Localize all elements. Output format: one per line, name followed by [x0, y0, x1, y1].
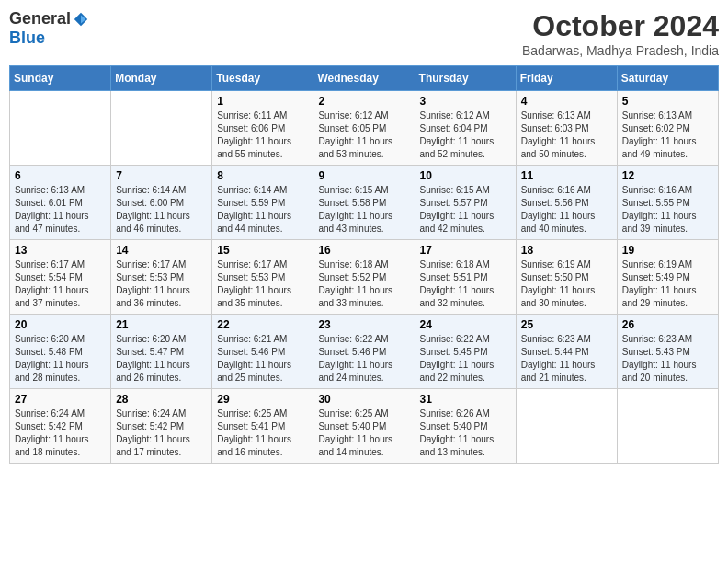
- calendar-cell: 23Sunrise: 6:22 AMSunset: 5:46 PMDayligh…: [313, 315, 415, 389]
- day-content: Sunrise: 6:17 AMSunset: 5:53 PMDaylight:…: [217, 259, 308, 310]
- calendar-cell: 12Sunrise: 6:16 AMSunset: 5:55 PMDayligh…: [617, 166, 718, 240]
- weekday-header: Sunday: [10, 66, 111, 91]
- day-number: 14: [116, 244, 207, 257]
- calendar-week-row: 13Sunrise: 6:17 AMSunset: 5:54 PMDayligh…: [10, 240, 719, 315]
- calendar-cell: 11Sunrise: 6:16 AMSunset: 5:56 PMDayligh…: [516, 166, 617, 240]
- day-number: 22: [217, 318, 308, 331]
- calendar-cell: 15Sunrise: 6:17 AMSunset: 5:53 PMDayligh…: [212, 240, 313, 315]
- calendar-cell: 5Sunrise: 6:13 AMSunset: 6:02 PMDaylight…: [617, 91, 718, 166]
- logo-general-text: General: [9, 9, 71, 29]
- day-content: Sunrise: 6:11 AMSunset: 6:06 PMDaylight:…: [217, 109, 308, 161]
- day-number: 6: [15, 169, 106, 182]
- weekday-header: Monday: [111, 66, 212, 91]
- day-number: 7: [116, 169, 207, 182]
- calendar-cell: 1Sunrise: 6:11 AMSunset: 6:06 PMDaylight…: [212, 91, 313, 166]
- day-number: 18: [521, 244, 612, 257]
- day-content: Sunrise: 6:22 AMSunset: 5:46 PMDaylight:…: [318, 333, 409, 385]
- day-content: Sunrise: 6:14 AMSunset: 5:59 PMDaylight:…: [217, 184, 308, 236]
- day-number: 8: [217, 169, 308, 182]
- day-number: 30: [318, 393, 409, 406]
- day-number: 15: [217, 244, 308, 257]
- calendar-cell: 13Sunrise: 6:17 AMSunset: 5:54 PMDayligh…: [10, 240, 111, 315]
- weekday-header: Wednesday: [313, 66, 415, 91]
- day-content: Sunrise: 6:17 AMSunset: 5:54 PMDaylight:…: [15, 259, 106, 310]
- day-number: 16: [318, 244, 409, 257]
- day-number: 20: [15, 318, 106, 331]
- day-number: 5: [622, 95, 713, 108]
- day-content: Sunrise: 6:20 AMSunset: 5:47 PMDaylight:…: [116, 333, 207, 385]
- day-content: Sunrise: 6:13 AMSunset: 6:01 PMDaylight:…: [15, 184, 106, 236]
- day-number: 1: [217, 95, 308, 108]
- day-number: 4: [521, 95, 612, 108]
- day-number: 27: [15, 393, 106, 406]
- day-number: 11: [521, 169, 612, 182]
- calendar-week-row: 27Sunrise: 6:24 AMSunset: 5:42 PMDayligh…: [10, 389, 719, 464]
- calendar-cell: 7Sunrise: 6:14 AMSunset: 6:00 PMDaylight…: [111, 166, 212, 240]
- calendar-cell: 9Sunrise: 6:15 AMSunset: 5:58 PMDaylight…: [313, 166, 415, 240]
- calendar-cell: 16Sunrise: 6:18 AMSunset: 5:52 PMDayligh…: [313, 240, 415, 315]
- day-number: 25: [521, 318, 612, 331]
- weekday-header: Tuesday: [212, 66, 313, 91]
- month-title: October 2024: [522, 9, 719, 43]
- calendar-cell: 17Sunrise: 6:18 AMSunset: 5:51 PMDayligh…: [415, 240, 516, 315]
- day-number: 19: [622, 244, 713, 257]
- day-content: Sunrise: 6:16 AMSunset: 5:55 PMDaylight:…: [622, 184, 713, 236]
- day-content: Sunrise: 6:12 AMSunset: 6:05 PMDaylight:…: [318, 109, 409, 161]
- weekday-header: Thursday: [415, 66, 516, 91]
- day-number: 10: [420, 169, 511, 182]
- page-header: General Blue October 2024 Badarwas, Madh…: [9, 9, 719, 58]
- day-number: 3: [420, 95, 511, 108]
- logo: General Blue: [9, 9, 89, 48]
- day-content: Sunrise: 6:24 AMSunset: 5:42 PMDaylight:…: [15, 408, 106, 459]
- day-content: Sunrise: 6:19 AMSunset: 5:49 PMDaylight:…: [622, 259, 713, 310]
- day-number: 24: [420, 318, 511, 331]
- day-number: 31: [420, 393, 511, 406]
- calendar-cell: [617, 389, 718, 464]
- calendar-cell: 22Sunrise: 6:21 AMSunset: 5:46 PMDayligh…: [212, 315, 313, 389]
- calendar-cell: 27Sunrise: 6:24 AMSunset: 5:42 PMDayligh…: [10, 389, 111, 464]
- weekday-header: Friday: [516, 66, 617, 91]
- day-content: Sunrise: 6:13 AMSunset: 6:02 PMDaylight:…: [622, 109, 713, 161]
- calendar-cell: 30Sunrise: 6:25 AMSunset: 5:40 PMDayligh…: [313, 389, 415, 464]
- calendar-cell: 24Sunrise: 6:22 AMSunset: 5:45 PMDayligh…: [415, 315, 516, 389]
- day-content: Sunrise: 6:18 AMSunset: 5:52 PMDaylight:…: [318, 259, 409, 310]
- calendar-week-row: 1Sunrise: 6:11 AMSunset: 6:06 PMDaylight…: [10, 91, 719, 166]
- day-content: Sunrise: 6:25 AMSunset: 5:40 PMDaylight:…: [318, 408, 409, 459]
- day-content: Sunrise: 6:15 AMSunset: 5:58 PMDaylight:…: [318, 184, 409, 236]
- location: Badarwas, Madhya Pradesh, India: [522, 43, 719, 58]
- day-number: 2: [318, 95, 409, 108]
- calendar-cell: 2Sunrise: 6:12 AMSunset: 6:05 PMDaylight…: [313, 91, 415, 166]
- calendar-cell: 10Sunrise: 6:15 AMSunset: 5:57 PMDayligh…: [415, 166, 516, 240]
- logo-blue-text: Blue: [9, 29, 45, 47]
- day-content: Sunrise: 6:23 AMSunset: 5:44 PMDaylight:…: [521, 333, 612, 385]
- day-content: Sunrise: 6:26 AMSunset: 5:40 PMDaylight:…: [420, 408, 511, 459]
- logo-icon: [73, 11, 89, 28]
- day-number: 23: [318, 318, 409, 331]
- calendar-cell: 28Sunrise: 6:24 AMSunset: 5:42 PMDayligh…: [111, 389, 212, 464]
- calendar-cell: 18Sunrise: 6:19 AMSunset: 5:50 PMDayligh…: [516, 240, 617, 315]
- day-number: 29: [217, 393, 308, 406]
- day-content: Sunrise: 6:21 AMSunset: 5:46 PMDaylight:…: [217, 333, 308, 385]
- day-content: Sunrise: 6:23 AMSunset: 5:43 PMDaylight:…: [622, 333, 713, 385]
- calendar-week-row: 20Sunrise: 6:20 AMSunset: 5:48 PMDayligh…: [10, 315, 719, 389]
- day-number: 28: [116, 393, 207, 406]
- day-content: Sunrise: 6:24 AMSunset: 5:42 PMDaylight:…: [116, 408, 207, 459]
- day-content: Sunrise: 6:25 AMSunset: 5:41 PMDaylight:…: [217, 408, 308, 459]
- day-content: Sunrise: 6:22 AMSunset: 5:45 PMDaylight:…: [420, 333, 511, 385]
- day-content: Sunrise: 6:13 AMSunset: 6:03 PMDaylight:…: [521, 109, 612, 161]
- day-content: Sunrise: 6:17 AMSunset: 5:53 PMDaylight:…: [116, 259, 207, 310]
- day-content: Sunrise: 6:15 AMSunset: 5:57 PMDaylight:…: [420, 184, 511, 236]
- calendar-cell: 26Sunrise: 6:23 AMSunset: 5:43 PMDayligh…: [617, 315, 718, 389]
- day-content: Sunrise: 6:19 AMSunset: 5:50 PMDaylight:…: [521, 259, 612, 310]
- calendar-cell: 25Sunrise: 6:23 AMSunset: 5:44 PMDayligh…: [516, 315, 617, 389]
- calendar-header-row: SundayMondayTuesdayWednesdayThursdayFrid…: [10, 66, 719, 91]
- day-number: 12: [622, 169, 713, 182]
- calendar-cell: 31Sunrise: 6:26 AMSunset: 5:40 PMDayligh…: [415, 389, 516, 464]
- weekday-header: Saturday: [617, 66, 718, 91]
- calendar-week-row: 6Sunrise: 6:13 AMSunset: 6:01 PMDaylight…: [10, 166, 719, 240]
- day-content: Sunrise: 6:16 AMSunset: 5:56 PMDaylight:…: [521, 184, 612, 236]
- calendar-cell: 29Sunrise: 6:25 AMSunset: 5:41 PMDayligh…: [212, 389, 313, 464]
- calendar-cell: 8Sunrise: 6:14 AMSunset: 5:59 PMDaylight…: [212, 166, 313, 240]
- day-content: Sunrise: 6:20 AMSunset: 5:48 PMDaylight:…: [15, 333, 106, 385]
- day-number: 13: [15, 244, 106, 257]
